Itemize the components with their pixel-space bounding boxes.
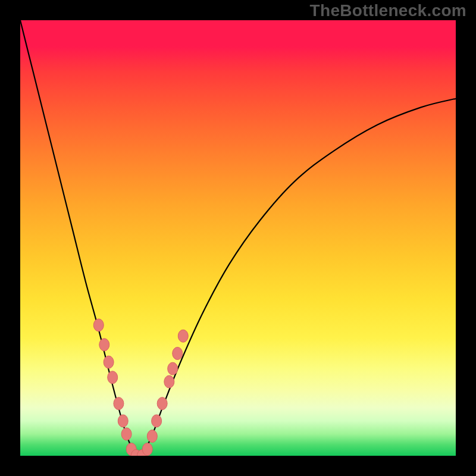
curve-marker	[108, 371, 118, 384]
plot-area	[20, 20, 456, 456]
curve-marker	[93, 319, 104, 331]
curve-marker	[168, 362, 178, 375]
bottleneck-curve	[20, 20, 456, 456]
outer-frame: TheBottleneck.com	[0, 0, 476, 476]
curve-marker	[173, 347, 183, 359]
curve-marker	[104, 356, 114, 368]
curve-marker	[152, 415, 162, 427]
watermark-text: TheBottleneck.com	[310, 1, 466, 20]
curve-marker	[157, 397, 167, 410]
curve-marker	[99, 339, 109, 351]
curve-marker	[121, 428, 131, 440]
curve-marker	[178, 330, 188, 342]
curve-marker	[114, 397, 124, 410]
curve-marker	[164, 375, 174, 388]
curve-marker	[147, 430, 157, 443]
marker-group	[93, 319, 188, 456]
curve-marker	[118, 415, 128, 427]
chart-svg	[20, 20, 456, 456]
curve-marker	[142, 443, 152, 456]
